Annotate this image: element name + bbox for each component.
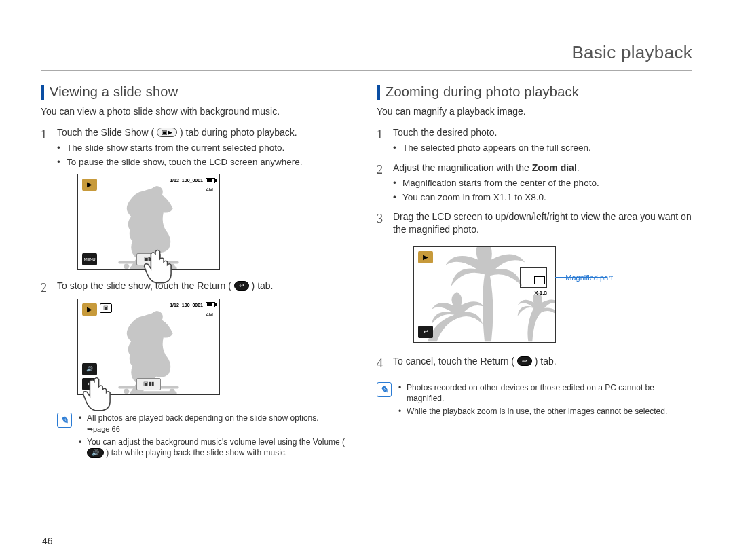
status-bar-2: 1/12 100_0001 bbox=[170, 302, 215, 309]
battery-icon-2 bbox=[206, 302, 215, 307]
r-step4-a: To cancel, touch the Return ( bbox=[393, 356, 514, 367]
r-note1: Photos recorded on other devices or thos… bbox=[398, 382, 692, 404]
note-icon: ✎ bbox=[57, 413, 72, 428]
return-tab-icon-2: ↩ bbox=[517, 356, 532, 366]
step1-text-a: Touch the Slide Show ( bbox=[57, 127, 154, 138]
note-icon-2: ✎ bbox=[377, 382, 392, 397]
r-step2-a: Adjust the magnification with the bbox=[393, 162, 532, 173]
magnified-indicator bbox=[534, 276, 545, 284]
svg-point-4 bbox=[124, 388, 129, 394]
resolution: 4M bbox=[206, 187, 213, 194]
col-slideshow: Viewing a slide show You can view a phot… bbox=[41, 84, 356, 540]
r-step2-sub1: Magnification starts from the center of … bbox=[393, 177, 692, 189]
heading-zoom: Zooming during photo playback bbox=[377, 84, 692, 100]
touch-hand-icon-2 bbox=[79, 375, 117, 412]
filename-2: 100_0001 bbox=[182, 302, 203, 309]
note2-text-a: You can adjust the background music's vo… bbox=[87, 437, 345, 447]
step1-text-b: ) tab during photo playback. bbox=[180, 127, 297, 138]
heading-bar-2 bbox=[377, 85, 380, 100]
slideshow-tab-icon: ▣▶ bbox=[157, 128, 177, 137]
play-mode-icon: ▶ bbox=[82, 179, 97, 191]
step-2: To stop the slide show, touch the Return… bbox=[41, 280, 356, 395]
step1-sub2: To pause the slide show, touch the LCD s… bbox=[57, 156, 356, 168]
r-step2-sub2: You can zoom in from X1.1 to X8.0. bbox=[393, 191, 692, 204]
pause-tab[interactable]: ▣▮▮ bbox=[136, 378, 161, 390]
r-step-4: To cancel, touch the Return ( ↩ ) tab. bbox=[377, 355, 692, 369]
lcd-slideshow-stop: ▶ ▣ 1/12 100_0001 4M 🔊 ↩ bbox=[77, 299, 220, 395]
counter: 1/12 bbox=[170, 177, 179, 184]
magnified-frame bbox=[520, 267, 547, 288]
photo-mode-icon: ▣ bbox=[100, 303, 112, 313]
col-zoom: Zooming during photo playback You can ma… bbox=[377, 84, 692, 540]
heading-bar bbox=[41, 85, 44, 100]
counter-2: 1/12 bbox=[170, 302, 179, 309]
heading-text: Viewing a slide show bbox=[50, 84, 178, 100]
heading-slideshow: Viewing a slide show bbox=[41, 84, 356, 100]
r-step1-text: Touch the desired photo. bbox=[393, 127, 497, 138]
step2-text-b: ) tab. bbox=[252, 280, 274, 291]
step2-text-a: To stop the slide show, touch the Return… bbox=[57, 280, 231, 291]
intro-slideshow: You can view a photo slide show with bac… bbox=[41, 105, 356, 118]
magnified-part-label: Magnified part bbox=[565, 273, 613, 283]
zoom-dial-label: Zoom dial bbox=[532, 162, 577, 173]
r-step4-b: ) tab. bbox=[535, 356, 557, 367]
volume-tab-icon: 🔊 bbox=[87, 448, 104, 458]
note1-text: All photos are played back depending on … bbox=[87, 413, 319, 423]
r-step-3: Drag the LCD screen to up/down/left/righ… bbox=[377, 210, 692, 343]
zoom-ratio: X 1.3 bbox=[534, 289, 547, 297]
note-slideshow: ✎ All photos are played back depending o… bbox=[41, 413, 356, 461]
status-bar: 1/12 100_0001 bbox=[170, 177, 215, 184]
return-button-zoom[interactable]: ↩ bbox=[418, 326, 433, 338]
battery-icon bbox=[206, 178, 215, 183]
page-title: Basic playback bbox=[41, 42, 692, 71]
r-step1-sub1: The selected photo appears on the full s… bbox=[393, 142, 692, 154]
r-step-1: Touch the desired photo. The selected ph… bbox=[377, 126, 692, 155]
note-zoom: ✎ Photos recorded on other devices or th… bbox=[377, 382, 692, 419]
page-number: 46 bbox=[42, 536, 53, 546]
note2-text-b: ) tab while playing back the slide show … bbox=[106, 448, 287, 458]
filename: 100_0001 bbox=[182, 177, 203, 184]
resolution-2: 4M bbox=[206, 312, 213, 319]
lcd-zoom: ▶ X 1.3 ↩ Magnified part bbox=[413, 246, 556, 343]
note1-pageref: ➥page 66 bbox=[87, 425, 120, 433]
step1-sub1: The slide show starts from the current s… bbox=[57, 142, 356, 154]
note2: You can adjust the background music's vo… bbox=[79, 436, 356, 458]
note1: All photos are played back depending on … bbox=[79, 413, 356, 434]
play-mode-icon-2: ▶ bbox=[82, 303, 97, 316]
r-step2-c: . bbox=[577, 162, 580, 173]
r-note2: While the playback zoom is in use, the o… bbox=[398, 406, 692, 417]
step-1: Touch the Slide Show ( ▣▶ ) tab during p… bbox=[41, 126, 356, 270]
volume-button[interactable]: 🔊 bbox=[82, 363, 97, 375]
touch-hand-icon bbox=[140, 247, 178, 284]
menu-button[interactable]: MENU bbox=[82, 253, 97, 265]
lcd-slideshow-start: ▶ 1/12 100_0001 4M MENU ▣▶ bbox=[77, 174, 220, 270]
svg-point-1 bbox=[124, 263, 129, 269]
play-mode-icon-3: ▶ bbox=[418, 251, 433, 263]
r-step-2: Adjust the magnification with the Zoom d… bbox=[377, 162, 692, 204]
r-step3-text: Drag the LCD screen to up/down/left/righ… bbox=[393, 211, 692, 236]
heading-text-2: Zooming during photo playback bbox=[386, 84, 579, 100]
return-tab-icon: ↩ bbox=[234, 281, 249, 291]
intro-zoom: You can magnify a playback image. bbox=[377, 105, 692, 118]
svg-point-5 bbox=[170, 388, 175, 394]
